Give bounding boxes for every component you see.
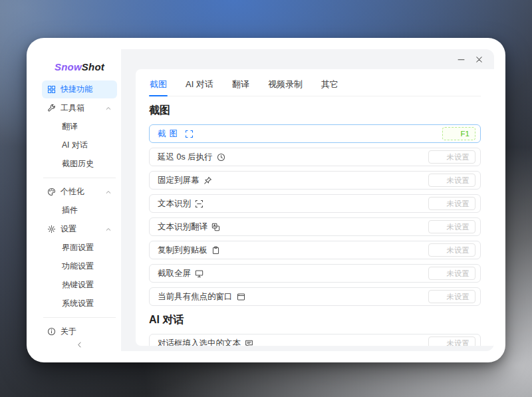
sidebar-collapse-button[interactable] [72, 341, 87, 348]
keyboard-icon [434, 339, 443, 346]
sidebar-item-function-settings[interactable]: 功能设置 [42, 257, 117, 275]
hotkey-row-delay-execute[interactable]: 延迟 0s 后执行 未设置 [149, 148, 481, 166]
reload-icon[interactable] [471, 316, 481, 325]
tab-translate[interactable]: 翻译 [231, 74, 250, 96]
hotkey-badge[interactable]: 未设置 [428, 290, 476, 303]
chevron-up-icon [105, 226, 112, 233]
section-screenshot: 截图 截图 F1 延迟 0s 后执行 未设置 固定到屏幕 未设置 [149, 104, 481, 306]
keyboard-icon [434, 223, 443, 231]
hotkey-badge[interactable]: 未设置 [428, 150, 476, 164]
close-button[interactable] [475, 55, 483, 64]
clipboard-icon [211, 246, 220, 255]
sidebar-item-label: 设置 [61, 223, 76, 235]
sidebar-item-plugins[interactable]: 插件 [42, 201, 117, 219]
section-title: AI 对话 [149, 313, 184, 327]
sidebar-divider [43, 317, 116, 318]
sidebar-item-label: 快捷功能 [61, 84, 92, 95]
sidebar-item-ai-chat[interactable]: AI 对话 [42, 136, 117, 154]
keyboard-icon [434, 176, 443, 185]
sidebar-item-label: 界面设置 [62, 242, 94, 253]
sidebar-item-settings[interactable]: 设置 [42, 220, 117, 238]
pin-icon [203, 176, 212, 185]
hotkey-badge[interactable]: 未设置 [428, 174, 476, 187]
section-header: AI 对话 [149, 313, 481, 327]
hotkey-row-ocr-translate[interactable]: 文本识别翻译 未设置 [149, 217, 481, 236]
hotkey-row-capture-fullscreen[interactable]: 截取全屏 未设置 [149, 264, 481, 283]
sidebar-divider [43, 178, 116, 178]
sidebar-item-label: 关于 [61, 326, 76, 337]
hotkey-row-screenshot[interactable]: 截图 F1 [149, 124, 481, 143]
monitor-icon [195, 269, 203, 278]
hotkey-row-ocr[interactable]: 文本识别 未设置 [149, 194, 481, 213]
sidebar-item-label: 功能设置 [62, 261, 94, 272]
wrench-icon [47, 104, 56, 112]
hotkey-badge[interactable]: 未设置 [428, 336, 476, 346]
keyboard-icon [434, 199, 443, 208]
sidebar-item-label: AI 对话 [62, 140, 88, 151]
tab-ai-chat[interactable]: AI 对话 [185, 74, 214, 96]
logo-snow: Snow [55, 61, 82, 72]
hotkey-badge[interactable]: 未设置 [428, 243, 476, 257]
sidebar-item-screenshot-history[interactable]: 截图历史 [42, 155, 117, 173]
sidebar-item-label: 截图历史 [62, 158, 94, 170]
hotkey-badge[interactable]: 未设置 [428, 197, 476, 210]
hotkey-badge[interactable]: F1 [442, 127, 475, 140]
sidebar-item-interface-settings[interactable]: 界面设置 [42, 239, 117, 257]
sidebar-item-about[interactable]: 关于 [42, 323, 117, 340]
chevron-up-icon [105, 105, 112, 112]
main-area: 截图AI 对话翻译视频录制其它 截图 截图 F1 延迟 0s 后执行 未设置 固… [121, 49, 494, 351]
sidebar-item-label: 热键设置 [62, 279, 94, 291]
app-logo: SnowShot [42, 55, 117, 80]
snowshot-app-window: SnowShot 快捷功能工具箱翻译AI 对话截图历史个性化插件设置界面设置功能… [38, 49, 494, 351]
titlebar [121, 49, 494, 69]
gear-icon [47, 225, 56, 233]
section-title: 截图 [149, 104, 170, 118]
keyboard-icon [434, 293, 443, 301]
desktop-background: SnowShot 快捷功能工具箱翻译AI 对话截图历史个性化插件设置界面设置功能… [0, 0, 532, 397]
tab-screenshot[interactable]: 截图 [149, 74, 168, 96]
hotkey-row-copy-to-clipboard[interactable]: 复制到剪贴板 未设置 [149, 241, 481, 259]
sidebar-item-translate[interactable]: 翻译 [42, 118, 117, 136]
sidebar-item-personalization[interactable]: 个性化 [42, 183, 117, 201]
reload-icon[interactable] [471, 106, 481, 116]
section-header: 截图 [149, 104, 481, 118]
hotkey-badge[interactable]: 未设置 [428, 220, 476, 233]
hotkey-row-chat-fill-selected-text[interactable]: 对话框填入选中的文本 未设置 [149, 334, 481, 346]
keyboard-icon [434, 153, 443, 162]
minimize-button[interactable] [457, 55, 466, 64]
crop-icon [185, 130, 194, 138]
sidebar-item-label: 系统设置 [62, 298, 94, 309]
keyboard-icon [434, 246, 443, 255]
grid-icon [47, 85, 56, 94]
sidebar-item-label: 插件 [62, 205, 78, 216]
window-icon [237, 293, 245, 301]
sidebar-item-hotkey-settings[interactable]: 热键设置 [42, 276, 117, 294]
hotkey-row-pin-to-screen[interactable]: 固定到屏幕 未设置 [149, 171, 481, 190]
sidebar-item-system-settings[interactable]: 系统设置 [42, 295, 117, 313]
sidebar-item-label: 个性化 [61, 186, 84, 198]
keyboard-icon [434, 269, 443, 278]
sidebar-item-toolbox[interactable]: 工具箱 [42, 99, 117, 117]
keyboard-icon [448, 130, 457, 138]
logo-shot: Shot [82, 61, 104, 72]
tab-bar: 截图AI 对话翻译视频录制其它 [149, 74, 481, 96]
sidebar-item-label: 翻译 [62, 121, 78, 132]
palette-icon [47, 188, 56, 196]
translate-icon [211, 223, 220, 231]
content-panel: 截图AI 对话翻译视频录制其它 截图 截图 F1 延迟 0s 后执行 未设置 固… [136, 69, 494, 346]
section-ai-chat: AI 对话 对话框填入选中的文本 未设置 [149, 313, 481, 346]
info-icon [47, 327, 56, 336]
chevron-up-icon [105, 189, 112, 196]
chevron-left-icon [76, 341, 83, 348]
sidebar-item-quick-actions[interactable]: 快捷功能 [42, 80, 117, 98]
scan-icon [195, 199, 203, 208]
tab-other[interactable]: 其它 [321, 74, 339, 96]
chat-icon [245, 339, 253, 346]
clock-icon [217, 153, 225, 162]
window-frame: SnowShot 快捷功能工具箱翻译AI 对话截图历史个性化插件设置界面设置功能… [27, 38, 505, 362]
sidebar: SnowShot 快捷功能工具箱翻译AI 对话截图历史个性化插件设置界面设置功能… [38, 49, 121, 351]
sidebar-item-label: 工具箱 [61, 102, 84, 114]
tab-video-record[interactable]: 视频录制 [267, 74, 303, 96]
hotkey-row-focused-window[interactable]: 当前具有焦点的窗口 未设置 [149, 287, 481, 306]
hotkey-badge[interactable]: 未设置 [428, 267, 476, 280]
